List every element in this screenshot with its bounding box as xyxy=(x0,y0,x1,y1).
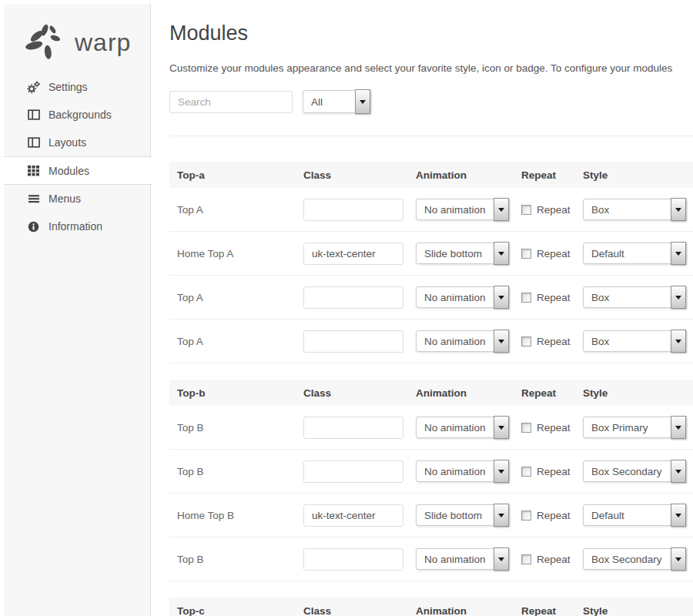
module-name: Top A xyxy=(169,292,303,303)
chevron-down-icon xyxy=(494,504,509,527)
columns-icon xyxy=(27,109,40,122)
divider xyxy=(169,136,693,136)
class-input[interactable] xyxy=(303,417,403,439)
column-header-class: Class xyxy=(303,605,416,616)
info-icon xyxy=(27,220,40,233)
animation-select-value: No animation xyxy=(424,466,486,477)
style-select-value: Box Secondary xyxy=(591,466,662,477)
repeat-label: Repeat xyxy=(537,554,571,565)
module-section-top-c: Top-c Class Animation Repeat Style xyxy=(169,598,693,616)
repeat-checkbox[interactable] xyxy=(521,293,531,303)
animation-select-value: Slide bottom xyxy=(424,248,482,259)
animation-select[interactable]: No animation xyxy=(416,286,508,308)
sidebar-item-menus[interactable]: Menus xyxy=(4,185,150,213)
column-header-repeat: Repeat xyxy=(521,387,583,399)
animation-select[interactable]: No animation xyxy=(416,417,508,438)
menu-icon xyxy=(27,192,40,206)
search-input[interactable] xyxy=(169,91,293,113)
gears-icon xyxy=(27,81,40,94)
style-select[interactable]: Box xyxy=(583,330,685,352)
style-select[interactable]: Default xyxy=(583,243,685,264)
module-name: Home Top A xyxy=(169,248,303,259)
warp-logo: warp xyxy=(25,22,150,62)
class-input[interactable] xyxy=(303,548,403,571)
class-input[interactable] xyxy=(303,286,403,309)
section-title: Top-c xyxy=(169,605,303,616)
style-select-value: Default xyxy=(591,248,624,259)
repeat-checkbox[interactable] xyxy=(521,249,531,259)
repeat-checkbox[interactable] xyxy=(521,467,531,477)
columns-icon xyxy=(27,136,40,149)
chevron-down-icon xyxy=(671,330,686,353)
sidebar-item-backgrounds[interactable]: Backgrounds xyxy=(4,101,150,129)
module-row: Top B No animation Repeat Box Secondary xyxy=(169,450,693,494)
style-select-value: Box xyxy=(591,204,609,216)
animation-select[interactable]: No animation xyxy=(416,199,508,220)
module-name: Top B xyxy=(169,554,303,565)
sidebar-item-modules[interactable]: Modules xyxy=(4,156,152,185)
module-name: Top A xyxy=(169,336,303,347)
repeat-label: Repeat xyxy=(537,248,571,259)
sidebar: warp Settings Backgrounds xyxy=(4,4,151,616)
style-select[interactable]: Box Primary xyxy=(583,417,685,438)
column-header-style: Style xyxy=(583,387,693,399)
sidebar-nav: Settings Backgrounds Layouts xyxy=(4,73,150,240)
class-input[interactable] xyxy=(303,199,403,221)
animation-select[interactable]: No animation xyxy=(416,460,508,482)
column-header-animation: Animation xyxy=(416,169,521,181)
page-title: Modules xyxy=(169,22,693,45)
style-select[interactable]: Box xyxy=(583,286,685,308)
style-select[interactable]: Default xyxy=(583,504,685,526)
chevron-down-icon xyxy=(671,198,686,221)
column-header-animation: Animation xyxy=(416,387,521,399)
repeat-checkbox[interactable] xyxy=(521,336,531,346)
animation-select[interactable]: No animation xyxy=(416,548,508,570)
repeat-checkbox[interactable] xyxy=(521,423,531,433)
repeat-checkbox[interactable] xyxy=(521,511,531,521)
filter-select[interactable]: All xyxy=(303,90,370,113)
repeat-label: Repeat xyxy=(537,336,571,347)
repeat-checkbox[interactable] xyxy=(521,205,531,215)
repeat-label: Repeat xyxy=(537,204,571,216)
chevron-down-icon xyxy=(494,460,509,483)
module-row: Top A No animation Repeat Box xyxy=(169,276,693,320)
style-select-value: Box xyxy=(591,336,609,347)
filter-select-value: All xyxy=(311,96,323,108)
animation-select-value: Slide bottom xyxy=(424,510,482,521)
style-select[interactable]: Box xyxy=(583,199,685,220)
sidebar-item-information[interactable]: Information xyxy=(4,213,150,240)
animation-select[interactable]: No animation xyxy=(416,330,508,352)
module-name: Home Top B xyxy=(169,510,303,521)
style-select-value: Box xyxy=(591,292,609,303)
column-header-class: Class xyxy=(303,387,416,399)
style-select[interactable]: Box Secondary xyxy=(583,460,685,482)
sidebar-item-label: Layouts xyxy=(49,136,86,149)
repeat-label: Repeat xyxy=(537,422,571,434)
animation-select-value: No animation xyxy=(424,336,486,347)
column-header-class: Class xyxy=(303,169,416,181)
class-input[interactable] xyxy=(303,243,403,265)
sidebar-item-label: Menus xyxy=(49,192,81,205)
chevron-down-icon xyxy=(671,416,686,439)
sidebar-item-settings[interactable]: Settings xyxy=(4,73,150,101)
module-row: Home Top B Slide bottom Repeat Default xyxy=(169,494,693,537)
animation-select-value: No animation xyxy=(424,554,486,565)
class-input[interactable] xyxy=(303,330,403,353)
style-select[interactable]: Box Secondary xyxy=(583,548,685,570)
chevron-down-icon xyxy=(494,416,509,439)
animation-select[interactable]: Slide bottom xyxy=(416,243,508,264)
leaf-logo-icon xyxy=(25,22,65,63)
class-input[interactable] xyxy=(303,504,403,527)
sidebar-item-label: Settings xyxy=(49,81,88,93)
animation-select[interactable]: Slide bottom xyxy=(416,504,508,526)
module-section-top-b: Top-b Class Animation Repeat Style Top B… xyxy=(169,380,693,581)
page-description: Customize your modules appearance and se… xyxy=(169,62,693,74)
style-select-value: Box Secondary xyxy=(591,554,662,565)
repeat-checkbox[interactable] xyxy=(521,554,531,564)
animation-select-value: No animation xyxy=(424,292,486,303)
chevron-down-icon xyxy=(494,330,509,353)
section-title: Top-a xyxy=(169,169,303,181)
module-row: Home Top A Slide bottom Repeat Default xyxy=(169,232,693,276)
sidebar-item-layouts[interactable]: Layouts xyxy=(4,129,150,156)
class-input[interactable] xyxy=(303,460,403,483)
